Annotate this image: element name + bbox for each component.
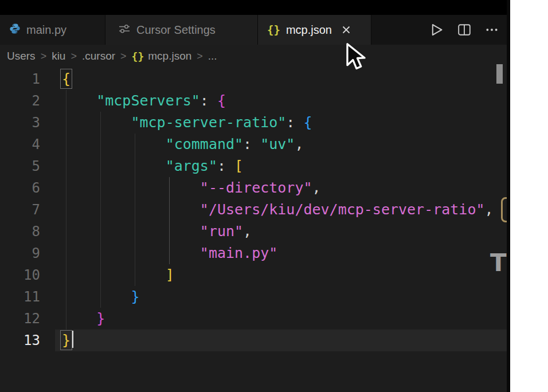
breadcrumb-separator: >	[71, 50, 77, 62]
code-line[interactable]: "args": [	[55, 155, 508, 177]
code-token: [	[234, 158, 243, 174]
line-number[interactable]: 4	[0, 134, 55, 155]
code-line[interactable]: "command": "uv",	[55, 134, 508, 155]
code-line[interactable]: "mcpServers": {	[55, 90, 508, 112]
code-token	[62, 158, 166, 174]
code-token: {	[303, 114, 312, 131]
code-line[interactable]: "run",	[55, 221, 508, 242]
code-token	[62, 266, 166, 283]
code-token: {	[62, 70, 71, 87]
text-caret	[72, 331, 73, 348]
code-token: ]	[166, 266, 174, 283]
tab-label: mcp.json	[286, 23, 332, 37]
code-token: :	[200, 92, 217, 109]
window-top-strip	[0, 0, 510, 15]
white-masked-region	[510, 0, 548, 392]
tab-bar: main.py Cursor Settings {} mcp.json	[0, 15, 510, 45]
breadcrumb-separator: >	[120, 50, 127, 62]
code-token: {	[217, 92, 226, 109]
code-line[interactable]: "mcp-server-ratio": {	[55, 112, 508, 134]
more-actions-icon[interactable]	[484, 22, 500, 38]
line-number[interactable]: 8	[0, 221, 55, 242]
tab-cursor-settings[interactable]: Cursor Settings	[105, 15, 258, 45]
code-token: ,	[312, 179, 321, 196]
code-token: "command"	[166, 136, 243, 152]
code-token: ,	[243, 223, 252, 240]
code-token	[62, 288, 131, 305]
code-token: "mcp-server-ratio"	[131, 114, 286, 131]
cropped-letter-artifact: T	[490, 251, 507, 275]
code-line[interactable]: }	[55, 308, 508, 330]
line-number[interactable]: 10	[0, 264, 55, 286]
code-token	[62, 223, 200, 240]
code-token: "/Users/kiu/dev/mcp-server-ratio"	[200, 201, 485, 218]
json-braces-icon: {}	[132, 50, 144, 62]
code-token: "mcpServers"	[96, 92, 200, 109]
code-line[interactable]: {	[55, 68, 508, 90]
code-line[interactable]: "/Users/kiu/dev/mcp-server-ratio",	[55, 199, 508, 221]
code-token: ,	[485, 201, 494, 218]
code-token: }	[62, 332, 71, 348]
editor-actions	[429, 15, 500, 45]
breadcrumb-item[interactable]: mcp.json	[148, 50, 191, 62]
line-number[interactable]: 13	[0, 330, 55, 351]
line-number[interactable]: 1	[0, 68, 55, 90]
tab-label: main.py	[26, 23, 66, 37]
code-line[interactable]: "--directory",	[55, 177, 508, 199]
breadcrumb-separator: >	[41, 50, 47, 62]
breadcrumb-separator: >	[197, 50, 203, 62]
code-token: "args"	[166, 158, 217, 174]
editor-window: main.py Cursor Settings {} mcp.json	[0, 0, 510, 392]
close-tab-icon[interactable]	[341, 25, 351, 35]
code-content: { "mcpServers": { "mcp-server-ratio": { …	[55, 68, 508, 351]
code-token: }	[131, 288, 139, 305]
tab-main-py[interactable]: main.py	[0, 15, 105, 45]
code-token	[62, 92, 96, 109]
code-line[interactable]: }	[55, 330, 508, 351]
line-number[interactable]: 9	[0, 242, 55, 264]
python-icon	[9, 23, 21, 37]
code-token	[62, 179, 200, 196]
code-token: :	[243, 136, 260, 152]
breadcrumb-item[interactable]: Users	[7, 50, 36, 62]
code-token	[62, 114, 131, 131]
tab-label: Cursor Settings	[136, 23, 216, 37]
scrollbar-thumb[interactable]	[496, 64, 503, 84]
tab-mcp-json[interactable]: {} mcp.json	[258, 15, 371, 45]
line-number[interactable]: 2	[0, 90, 55, 112]
sliders-icon	[118, 22, 131, 37]
line-number-gutter: 12345678910111213	[0, 68, 55, 351]
code-token: "main.py"	[200, 245, 277, 261]
code-token	[62, 136, 166, 152]
line-number[interactable]: 5	[0, 155, 55, 177]
line-number[interactable]: 3	[0, 112, 55, 134]
code-line[interactable]: "main.py"	[55, 242, 508, 264]
breadcrumb-item[interactable]: .cursor	[82, 50, 115, 62]
code-token	[62, 245, 200, 261]
code-line[interactable]: ]	[55, 264, 508, 286]
breadcrumb-item[interactable]: kiu	[52, 50, 65, 62]
mouse-cursor-icon	[345, 42, 367, 75]
code-editor[interactable]: 12345678910111213 { "mcpServers": { "mcp…	[0, 68, 510, 392]
line-number[interactable]: 6	[0, 177, 55, 199]
code-line[interactable]: }	[55, 286, 508, 308]
code-token: "uv"	[260, 136, 295, 152]
code-token: "--directory"	[200, 179, 312, 196]
breadcrumb: Users>kiu>.cursor>{}mcp.json>...	[0, 45, 510, 68]
line-number[interactable]: 11	[0, 286, 55, 308]
split-editor-icon[interactable]	[456, 22, 472, 38]
code-token: :	[217, 158, 234, 174]
code-token: :	[286, 114, 303, 131]
run-icon[interactable]	[429, 22, 445, 38]
code-token: "run"	[200, 223, 243, 240]
code-token: ,	[295, 136, 303, 152]
code-token	[62, 201, 200, 218]
json-braces-icon: {}	[267, 23, 280, 36]
line-number[interactable]: 12	[0, 308, 55, 330]
code-token: }	[96, 310, 105, 327]
line-number[interactable]: 7	[0, 199, 55, 221]
screenshot-root: main.py Cursor Settings {} mcp.json	[0, 0, 548, 392]
breadcrumb-item[interactable]: ...	[208, 50, 217, 62]
code-token	[62, 310, 96, 327]
